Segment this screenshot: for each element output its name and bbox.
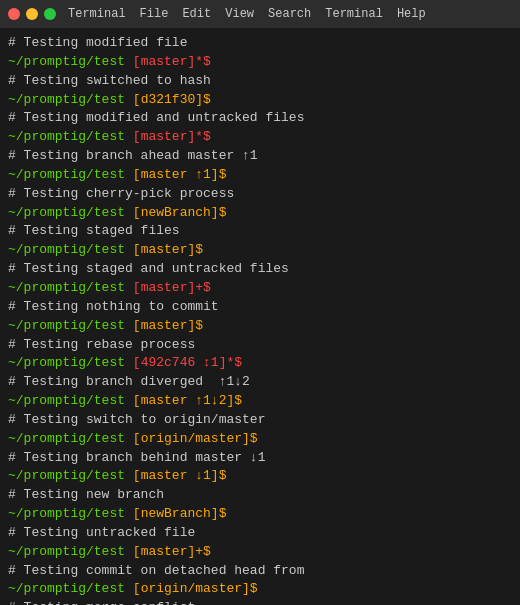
prompt-branch: [master ↑1]$: [133, 167, 227, 182]
comment-line: # Testing cherry-pick process: [8, 186, 234, 201]
prompt-branch: [d321f30]$: [133, 92, 211, 107]
comment-line: # Testing untracked file: [8, 525, 195, 540]
prompt-branch: [master ↑1↓2]$: [133, 393, 242, 408]
terminal-line: ~/promptig/test [origin/master]$: [8, 580, 512, 599]
prompt-path: ~/promptig/test: [8, 92, 133, 107]
terminal-line: # Testing cherry-pick process: [8, 185, 512, 204]
terminal-line: ~/promptig/test [master]$: [8, 317, 512, 336]
traffic-lights: [8, 8, 56, 20]
menu-bar: Terminal File Edit View Search Terminal …: [68, 7, 426, 21]
prompt-branch: [origin/master]$: [133, 581, 258, 596]
terminal-line: # Testing untracked file: [8, 524, 512, 543]
menu-file[interactable]: File: [140, 7, 169, 21]
prompt-branch: [master]$: [133, 242, 203, 257]
comment-line: # Testing staged and untracked files: [8, 261, 289, 276]
prompt-path: ~/promptig/test: [8, 544, 133, 559]
prompt-path: ~/promptig/test: [8, 318, 133, 333]
terminal-line: # Testing switched to hash: [8, 72, 512, 91]
maximize-button[interactable]: [44, 8, 56, 20]
terminal-line: ~/promptig/test [newBranch]$: [8, 204, 512, 223]
terminal-output: # Testing modified file~/promptig/test […: [0, 28, 520, 605]
terminal-line: ~/promptig/test [492c746 ↕1]*$: [8, 354, 512, 373]
terminal-line: ~/promptig/test [master ↓1]$: [8, 467, 512, 486]
terminal-line: ~/promptig/test [origin/master]$: [8, 430, 512, 449]
prompt-branch: [492c746 ↕1]*$: [133, 355, 242, 370]
comment-line: # Testing branch ahead master ↑1: [8, 148, 258, 163]
prompt-branch: [origin/master]$: [133, 431, 258, 446]
comment-line: # Testing switched to hash: [8, 73, 211, 88]
comment-line: # Testing staged files: [8, 223, 180, 238]
terminal-line: ~/promptig/test [master]$: [8, 241, 512, 260]
comment-line: # Testing rebase process: [8, 337, 195, 352]
minimize-button[interactable]: [26, 8, 38, 20]
prompt-branch: [master]+$: [133, 280, 211, 295]
prompt-branch: [master]$: [133, 318, 203, 333]
prompt-path: ~/promptig/test: [8, 280, 133, 295]
terminal-line: ~/promptig/test [d321f30]$: [8, 91, 512, 110]
terminal-line: # Testing staged and untracked files: [8, 260, 512, 279]
menu-terminal[interactable]: Terminal: [68, 7, 126, 21]
terminal-line: ~/promptig/test [master ↑1↓2]$: [8, 392, 512, 411]
prompt-branch: [newBranch]$: [133, 506, 227, 521]
terminal-line: # Testing switch to origin/master: [8, 411, 512, 430]
terminal-line: # Testing branch diverged ↑1↓2: [8, 373, 512, 392]
terminal-line: # Testing staged files: [8, 222, 512, 241]
prompt-path: ~/promptig/test: [8, 167, 133, 182]
terminal-line: ~/promptig/test [master]+$: [8, 279, 512, 298]
comment-line: # Testing nothing to commit: [8, 299, 219, 314]
terminal-line: # Testing merge conflict: [8, 599, 512, 605]
prompt-path: ~/promptig/test: [8, 393, 133, 408]
titlebar: Terminal File Edit View Search Terminal …: [0, 0, 520, 28]
terminal-line: ~/promptig/test [master]+$: [8, 543, 512, 562]
prompt-path: ~/promptig/test: [8, 506, 133, 521]
terminal-line: # Testing branch behind master ↓1: [8, 449, 512, 468]
prompt-branch: [master]*$: [133, 129, 211, 144]
comment-line: # Testing commit on detached head from: [8, 563, 304, 578]
comment-line: # Testing new branch: [8, 487, 164, 502]
terminal-line: ~/promptig/test [master ↑1]$: [8, 166, 512, 185]
terminal-line: # Testing modified file: [8, 34, 512, 53]
prompt-path: ~/promptig/test: [8, 205, 133, 220]
prompt-branch: [master]*$: [133, 54, 211, 69]
prompt-path: ~/promptig/test: [8, 54, 133, 69]
menu-view[interactable]: View: [225, 7, 254, 21]
comment-line: # Testing switch to origin/master: [8, 412, 265, 427]
prompt-path: ~/promptig/test: [8, 355, 133, 370]
prompt-branch: [master ↓1]$: [133, 468, 227, 483]
terminal-line: # Testing branch ahead master ↑1: [8, 147, 512, 166]
terminal-line: # Testing commit on detached head from: [8, 562, 512, 581]
prompt-path: ~/promptig/test: [8, 431, 133, 446]
menu-search[interactable]: Search: [268, 7, 311, 21]
terminal-line: ~/promptig/test [newBranch]$: [8, 505, 512, 524]
menu-help[interactable]: Help: [397, 7, 426, 21]
terminal-line: ~/promptig/test [master]*$: [8, 53, 512, 72]
terminal-line: ~/promptig/test [master]*$: [8, 128, 512, 147]
comment-line: # Testing modified and untracked files: [8, 110, 304, 125]
comment-line: # Testing branch behind master ↓1: [8, 450, 265, 465]
prompt-path: ~/promptig/test: [8, 242, 133, 257]
prompt-branch: [master]+$: [133, 544, 211, 559]
menu-terminal2[interactable]: Terminal: [325, 7, 383, 21]
terminal-line: # Testing modified and untracked files: [8, 109, 512, 128]
comment-line: # Testing branch diverged ↑1↓2: [8, 374, 250, 389]
terminal-line: # Testing new branch: [8, 486, 512, 505]
terminal-line: # Testing nothing to commit: [8, 298, 512, 317]
close-button[interactable]: [8, 8, 20, 20]
terminal-line: # Testing rebase process: [8, 336, 512, 355]
prompt-path: ~/promptig/test: [8, 129, 133, 144]
menu-edit[interactable]: Edit: [182, 7, 211, 21]
comment-line: # Testing merge conflict: [8, 600, 195, 605]
comment-line: # Testing modified file: [8, 35, 187, 50]
prompt-path: ~/promptig/test: [8, 581, 133, 596]
prompt-path: ~/promptig/test: [8, 468, 133, 483]
prompt-branch: [newBranch]$: [133, 205, 227, 220]
